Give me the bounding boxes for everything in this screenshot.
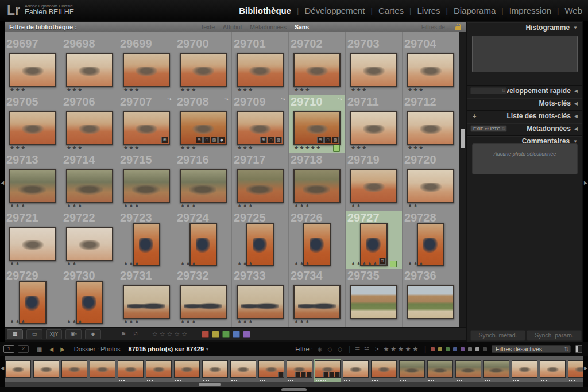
photo-thumbnail[interactable] — [66, 53, 113, 87]
collapse-right-panel-icon[interactable]: ▶ — [584, 180, 587, 185]
histogram-header[interactable]: Histogramme ▼ — [467, 22, 582, 33]
photo-count[interactable]: 87015 photo(s) sur 87429 — [129, 346, 204, 352]
expand-left-panel-icon[interactable]: ◀ — [1, 180, 4, 185]
loupe-view-icon[interactable]: ▭ — [26, 329, 42, 339]
photo-thumbnail[interactable] — [293, 169, 341, 203]
grid-cell-29727[interactable]: 29727⊞★★★★★ — [346, 211, 403, 269]
filter-color-dot[interactable] — [461, 347, 465, 351]
star-rating[interactable]: ★★★★★ — [351, 261, 378, 266]
photo-thumbnail[interactable] — [293, 53, 341, 87]
photo-thumbnail[interactable] — [180, 285, 227, 319]
filter-color-dot[interactable] — [446, 347, 450, 351]
grid-cell-29725[interactable]: 29725★★★ — [232, 211, 289, 269]
photo-thumbnail[interactable] — [19, 281, 47, 324]
star-rating[interactable]: ★★ — [351, 203, 362, 208]
filmstrip-item-5[interactable] — [117, 359, 144, 382]
filmstrip-thumbnail[interactable] — [371, 360, 397, 378]
filmstrip-thumbnail[interactable] — [202, 360, 228, 378]
filmstrip-thumbnail[interactable] — [174, 360, 200, 378]
filmstrip-thumbnail[interactable] — [90, 360, 115, 378]
grid-cell-29736[interactable]: 29736 — [403, 269, 459, 327]
grid-cell-29703[interactable]: 29703★★★ — [346, 37, 403, 95]
color-label-chip[interactable] — [243, 331, 250, 338]
grid-cell-29707[interactable]: 29707↷⊞★★★ — [118, 95, 175, 153]
filter-option-texte[interactable]: Texte — [200, 24, 215, 30]
filmstrip-thumbnail[interactable] — [61, 360, 87, 378]
people-view-icon[interactable]: ☻ — [85, 329, 101, 339]
filter-list-icons[interactable]: ☰ ☱ — [355, 346, 370, 352]
filmstrip-item-12[interactable] — [314, 359, 341, 382]
filter-flag-icons[interactable]: ◈ ◇ ◇ — [318, 346, 345, 353]
grid-cell-29732[interactable]: 29732★★★ — [175, 269, 232, 327]
filmstrip-thumbnail[interactable] — [146, 360, 172, 378]
photo-thumbnail[interactable]: ⊞ — [360, 223, 388, 266]
grid-cell-29721[interactable]: 29721★★ — [5, 211, 61, 269]
sync-metadata-button[interactable]: Synch. métad. — [470, 330, 525, 341]
grid-cell-29729[interactable]: 29729★★★ — [5, 269, 61, 327]
star-rating[interactable]: ★★★ — [67, 87, 83, 92]
window-2-button[interactable]: 2 — [18, 345, 29, 353]
filter-color-dot[interactable] — [453, 347, 457, 351]
lock-icon[interactable] — [455, 24, 462, 30]
filter-color-dot[interactable] — [483, 347, 487, 351]
grid-cell-29698[interactable]: 29698★★★ — [61, 37, 118, 95]
survey-view-icon[interactable]: ▣▫ — [65, 329, 82, 339]
color-label-chip[interactable] — [202, 331, 209, 338]
star-rating[interactable]: ★★★ — [180, 87, 197, 92]
filmstrip-item-14[interactable] — [370, 359, 397, 382]
star-rating-tools[interactable]: ☆☆☆☆☆ — [152, 331, 189, 338]
filmstrip-thumbnail[interactable] — [33, 360, 59, 378]
module-livres[interactable]: Livres — [417, 6, 440, 15]
star-rating[interactable]: ★★★ — [10, 319, 26, 324]
filmstrip-thumbnail[interactable] — [568, 360, 583, 378]
grid-cell-29716[interactable]: 29716★★★ — [175, 153, 232, 211]
module-impression[interactable]: Impression — [509, 6, 551, 15]
filter-option-métadonnées[interactable]: Métadonnées — [250, 24, 287, 30]
grid-cell-29733[interactable]: 29733★★★ — [232, 269, 289, 327]
module-développement[interactable]: Développement — [304, 6, 365, 15]
filmstrip-item-11[interactable] — [286, 359, 313, 382]
grid-cell-29702[interactable]: 29702★★★ — [289, 37, 346, 95]
grid-cell-29708[interactable]: 29708↷⊞□▨◆★★★ — [175, 95, 232, 153]
scrollbar-thumb[interactable] — [461, 129, 465, 148]
star-rating[interactable]: ★★ — [67, 261, 78, 266]
star-rating[interactable]: ★★★ — [123, 261, 140, 266]
sync-settings-button[interactable]: Synch. param. — [527, 330, 582, 341]
grid-cell-29718[interactable]: 29718★★★ — [289, 153, 346, 211]
star-rating[interactable]: ★★★ — [237, 145, 254, 150]
grid-cell-29715[interactable]: 29715★★★ — [118, 153, 175, 211]
forward-arrow-icon[interactable]: ▶ — [60, 346, 65, 352]
quick-develop-preset-dropdown[interactable]: ⇅ — [470, 87, 507, 94]
filmstrip-item-21[interactable] — [567, 359, 583, 382]
grid-cell-29726[interactable]: 29726★★★ — [289, 211, 346, 269]
grid-cell-29730[interactable]: 29730★★★ — [61, 269, 118, 327]
grid-cell-29704[interactable]: 29704★★★ — [403, 37, 459, 95]
grid-view-icon[interactable]: ▦ — [7, 329, 23, 339]
star-rating[interactable]: ★★★ — [123, 145, 140, 150]
filter-color-dot[interactable] — [468, 347, 472, 351]
star-rating[interactable]: ★★★ — [408, 261, 424, 266]
photo-thumbnail[interactable] — [189, 223, 217, 266]
star-rating[interactable]: ★★★ — [294, 203, 311, 208]
filter-color-dot[interactable] — [438, 347, 442, 351]
keyword-list-header[interactable]: + Liste des mots-clés ◀ — [467, 110, 582, 121]
filmstrip-item-13[interactable] — [342, 359, 369, 382]
photo-thumbnail[interactable] — [76, 281, 103, 324]
filter-stars[interactable]: ★★★★★ — [383, 345, 420, 353]
module-bibliothèque[interactable]: Bibliothèque — [239, 6, 291, 15]
filter-option-attribut[interactable]: Attribut — [223, 24, 242, 30]
grid-cell-29728[interactable]: 29728★★★ — [403, 211, 459, 269]
grid-cell-29705[interactable]: 29705★★★ — [5, 95, 61, 153]
filmstrip-thumbnail[interactable] — [343, 360, 369, 378]
filmstrip-left-scroll[interactable]: ◀ — [0, 356, 5, 387]
star-rating[interactable]: ★★★ — [237, 203, 254, 208]
photo-thumbnail[interactable] — [407, 285, 454, 319]
histogram-display[interactable] — [472, 36, 578, 72]
filmstrip-scrollbar[interactable] — [5, 382, 583, 387]
filmstrip-thumbnail[interactable] — [399, 360, 425, 378]
grid-cell-29706[interactable]: 29706★★★ — [61, 95, 118, 153]
photo-thumbnail[interactable] — [123, 285, 170, 319]
filmstrip-item-10[interactable] — [258, 359, 285, 382]
add-keyword-icon[interactable]: + — [473, 112, 476, 119]
back-arrow-icon[interactable]: ◀ — [49, 346, 53, 352]
